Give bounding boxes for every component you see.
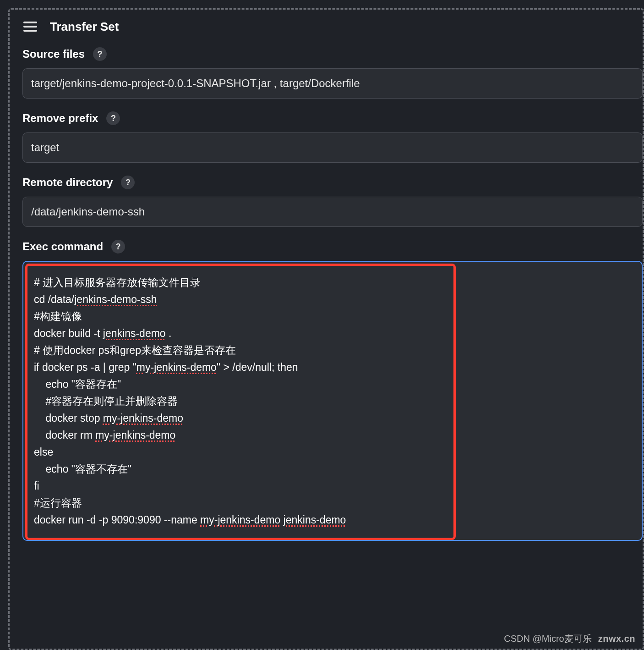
label-row: Remove prefix ? (22, 111, 643, 125)
watermark-left: CSDN @Micro麦可乐 (504, 633, 591, 645)
remote-directory-input[interactable] (22, 197, 643, 227)
source-files-input[interactable] (22, 68, 643, 99)
exec-command-content[interactable]: # 进入目标服务器存放传输文件目录 cd /data/jenkins-demo-… (25, 264, 456, 540)
exec-command-wrapper: # 进入目标服务器存放传输文件目录 cd /data/jenkins-demo-… (22, 261, 643, 541)
exec-command-textarea[interactable]: # 进入目标服务器存放传输文件目录 cd /data/jenkins-demo-… (22, 261, 643, 541)
exec-command-label: Exec command (22, 240, 103, 253)
remove-prefix-label: Remove prefix (22, 112, 98, 125)
source-files-label: Source files (22, 48, 85, 61)
field-remote-directory: Remote directory ? (22, 176, 643, 227)
help-icon[interactable]: ? (106, 111, 120, 125)
label-row: Exec command ? (22, 240, 643, 253)
watermark: CSDN @Micro麦可乐 znwx.cn (504, 633, 635, 645)
panel-title: Transfer Set (50, 20, 119, 34)
help-icon[interactable]: ? (111, 240, 125, 253)
panel-header: Transfer Set (22, 16, 643, 34)
help-icon[interactable]: ? (93, 47, 107, 61)
help-icon[interactable]: ? (121, 176, 135, 189)
transfer-set-panel: Transfer Set Source files ? Remove prefi… (8, 8, 644, 650)
watermark-right: znwx.cn (598, 633, 635, 644)
label-row: Source files ? (22, 47, 643, 61)
field-exec-command: Exec command ? # 进入目标服务器存放传输文件目录 cd /dat… (22, 240, 643, 541)
remote-directory-label: Remote directory (22, 176, 113, 189)
remove-prefix-input[interactable] (22, 132, 643, 163)
label-row: Remote directory ? (22, 176, 643, 189)
field-source-files: Source files ? (22, 47, 643, 99)
drag-handle-icon[interactable] (22, 19, 38, 34)
field-remove-prefix: Remove prefix ? (22, 111, 643, 163)
